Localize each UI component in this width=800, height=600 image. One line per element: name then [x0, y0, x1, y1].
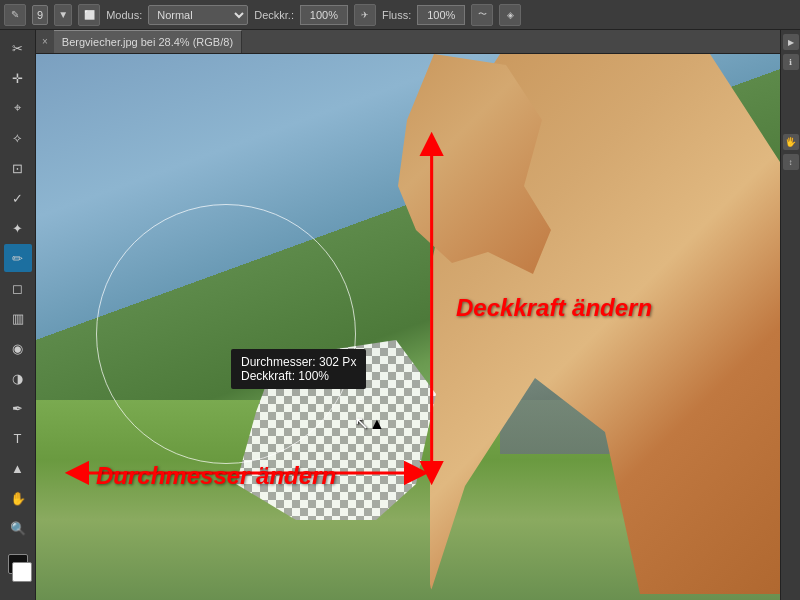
tool-hand[interactable]: ✋ [4, 484, 32, 512]
tool-shape[interactable]: ▲ [4, 454, 32, 482]
tablet-pressure-icon[interactable]: ◈ [499, 4, 521, 26]
tab-title[interactable]: Bergviecher.jpg bei 28.4% (RGB/8) [54, 30, 242, 53]
brush-options-icon[interactable]: ▼ [54, 4, 72, 26]
tool-eyedropper[interactable]: ✓ [4, 184, 32, 212]
durchmesser-label-annotation: Durchmesser ändern [96, 462, 336, 490]
brush-tool-icon-group: ✎ [4, 4, 26, 26]
canvas-container[interactable]: × Bergviecher.jpg bei 28.4% (RGB/8) [36, 30, 780, 600]
right-tool-arrow[interactable]: ↕ [783, 154, 799, 170]
brush-shape-icon[interactable]: ⬜ [78, 4, 100, 26]
tool-brush[interactable]: ✏ [4, 244, 32, 272]
fluss-icon[interactable]: 〜 [471, 4, 493, 26]
tool-blur[interactable]: ◉ [4, 334, 32, 362]
top-toolbar: ✎ 9 ▼ ⬜ Modus: Normal Aufhellen Abdunkel… [0, 0, 800, 30]
main-area: ✂ ✛ ⌖ ⟡ ⊡ ✓ ✦ ✏ ◻ ▥ ◉ ◑ ✒ T ▲ ✋ 🔍 × Berg… [0, 30, 800, 600]
brush-icon[interactable]: ✎ [4, 4, 26, 26]
panel-info-button[interactable]: ℹ [783, 54, 799, 70]
tool-pen[interactable]: ✒ [4, 394, 32, 422]
tool-crop[interactable]: ⊡ [4, 154, 32, 182]
panel-collapse-button[interactable]: ▶ [783, 34, 799, 50]
tool-move[interactable]: ✛ [4, 64, 32, 92]
tool-zoom[interactable]: 🔍 [4, 514, 32, 542]
deckkraft-airbrush-icon[interactable]: ✈ [354, 4, 376, 26]
right-tool-hand[interactable]: 🖐 [783, 134, 799, 150]
tool-text[interactable]: T [4, 424, 32, 452]
tool-lasso[interactable]: ⌖ [4, 94, 32, 122]
modus-select[interactable]: Normal Aufhellen Abdunkeln [148, 5, 248, 25]
tab-bar: × Bergviecher.jpg bei 28.4% (RGB/8) [36, 30, 780, 54]
fluss-label: Fluss: [382, 9, 411, 21]
modus-label: Modus: [106, 9, 142, 21]
tab-close-button[interactable]: × [36, 36, 54, 47]
deckkraft-input[interactable] [300, 5, 348, 25]
tool-dodge[interactable]: ◑ [4, 364, 32, 392]
deckkraft-label: Deckkr.: [254, 9, 294, 21]
tool-gradient[interactable]: ▥ [4, 304, 32, 332]
left-toolbar: ✂ ✛ ⌖ ⟡ ⊡ ✓ ✦ ✏ ◻ ▥ ◉ ◑ ✒ T ▲ ✋ 🔍 [0, 30, 36, 600]
brush-size-display: 9 [32, 5, 48, 25]
canvas-image[interactable]: Durchmesser: 302 Px Deckkraft: 100% ▲ [36, 54, 780, 600]
brush-size-value: 9 [37, 9, 43, 21]
deckkraft-label-annotation: Deckkraft ändern [456, 294, 652, 322]
tool-marquee[interactable]: ✂ [4, 34, 32, 62]
fluss-input[interactable] [417, 5, 465, 25]
tool-healpatch[interactable]: ✦ [4, 214, 32, 242]
right-panel: ▶ ℹ 🖐 ↕ [780, 30, 800, 600]
tool-eraser[interactable]: ◻ [4, 274, 32, 302]
tool-wand[interactable]: ⟡ [4, 124, 32, 152]
background-color[interactable] [12, 562, 32, 582]
